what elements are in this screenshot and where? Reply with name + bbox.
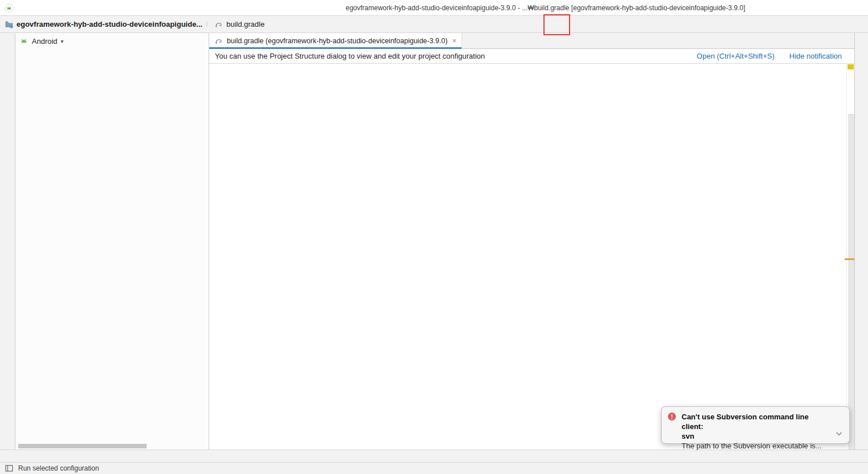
error-icon: [667, 412, 676, 421]
gradle-file-icon: [214, 36, 223, 46]
chevron-down-icon[interactable]: ▾: [61, 38, 64, 44]
code-viewport[interactable]: [209, 64, 846, 450]
bottom-toolwindow-bar: [0, 450, 868, 462]
popup-detail: The path to the Subversion executable is…: [682, 441, 829, 451]
popup-subject: svn: [682, 431, 829, 441]
project-horizontal-scrollbar[interactable]: [18, 444, 147, 448]
tab-label: build.gradle (egovframework-hyb-add-stud…: [227, 37, 447, 45]
breadcrumb-project[interactable]: egovframework-hyb-add-studio-deviceinfoa…: [16, 20, 202, 28]
main-toolbar: egovframework-hyb-add-studio-deviceinfoa…: [0, 16, 868, 33]
notification-message: You can use the Project Structure dialog…: [215, 52, 485, 60]
right-toolwindow-strip: [854, 33, 868, 450]
breadcrumb-file[interactable]: build.gradle: [226, 20, 264, 28]
annotation-red-box: [543, 14, 570, 35]
expand-chevron-icon[interactable]: [834, 429, 844, 438]
tab-build-gradle[interactable]: build.gradle (egovframework-hyb-add-stud…: [209, 33, 462, 48]
open-project-structure-link[interactable]: Open (Ctrl+Alt+Shift+S): [697, 52, 775, 60]
toolwindow-toggle-icon[interactable]: [5, 464, 14, 473]
breadcrumb-separator: 〉: [205, 20, 211, 28]
error-stripe-mark-top[interactable]: [848, 64, 854, 69]
editor-area: build.gradle (egovframework-hyb-add-stud…: [209, 33, 854, 450]
editor-tab-bar: build.gradle (egovframework-hyb-add-stud…: [209, 33, 854, 49]
android-view-icon: [19, 36, 28, 46]
android-studio-logo-icon: [5, 3, 14, 13]
hide-notification-link[interactable]: Hide notification: [790, 52, 842, 60]
left-toolwindow-strip: [0, 33, 15, 450]
close-icon[interactable]: ×: [452, 36, 456, 45]
project-folder-icon: [5, 20, 14, 29]
notification-banner: You can use the Project Structure dialog…: [209, 49, 854, 64]
breadcrumb: egovframework-hyb-add-studio-deviceinfoa…: [0, 20, 264, 29]
editor-vertical-scrollbar[interactable]: [846, 64, 854, 450]
title-bar: egovframework-hyb-add-studio-deviceinfoa…: [0, 0, 868, 16]
android-studio-window: egovframework-hyb-add-studio-deviceinfoa…: [0, 0, 868, 474]
project-panel-header: Android ▾: [16, 33, 209, 49]
status-bar: Run selected configuration: [0, 462, 868, 474]
window-title: egovframework-hyb-add-studio-deviceinfoa…: [346, 0, 745, 15]
svn-error-popup[interactable]: Can't use Subversion command line client…: [661, 406, 850, 444]
error-stripe-mark-middle[interactable]: [845, 258, 854, 260]
gradle-file-icon: [214, 20, 223, 29]
scrollbar-thumb[interactable]: [848, 114, 854, 450]
project-view-selector[interactable]: Android: [32, 37, 57, 46]
status-message: Run selected configuration: [18, 464, 99, 472]
popup-title: Can't use Subversion command line client…: [682, 412, 829, 431]
project-tool-window: Android ▾: [16, 33, 209, 450]
